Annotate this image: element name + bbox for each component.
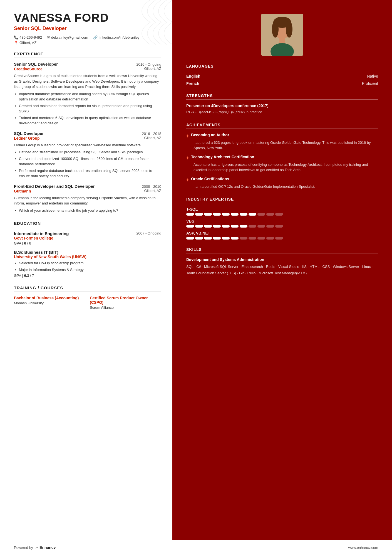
- expertise-name-0: T-SQL: [186, 207, 378, 211]
- bullet-item: Trained and mentored 6 SQL developers in…: [19, 115, 161, 126]
- bar-dot: [266, 237, 274, 240]
- achievement-desc-0: I authored a 623 pages long book on mast…: [186, 140, 378, 151]
- expertise-item-2: ASP, VB.NET: [186, 231, 378, 240]
- exp-date-1: 2016 - 2018: [142, 132, 161, 136]
- exp-company-0: CreativeSource: [14, 67, 43, 71]
- achievement-title-0: Becoming an Author: [191, 133, 229, 137]
- bar-dot: [204, 237, 212, 240]
- bar-dot: [231, 237, 239, 240]
- bar-dot: [257, 213, 265, 216]
- exp-date-0: 2016 - Ongoing: [136, 62, 161, 66]
- strength-item-desc: RGR - R(eactJS) G(raphQL)R(edux) in prac…: [186, 109, 378, 115]
- training-grid: Bachelor of Business (Accounting) Monash…: [14, 296, 161, 310]
- expertise-name-1: VBS: [186, 219, 378, 223]
- edu-gpa-0: GPA | 6 / 6: [14, 241, 161, 245]
- bar-dot: [213, 225, 221, 228]
- bullet-item: Defined and streamlined 32 processes usi…: [19, 149, 161, 155]
- expertise-title: INDUSTRY EXPERTISE: [186, 197, 378, 203]
- bar-dot: [204, 213, 212, 216]
- experience-item-2: Front-End Developer and SQL Developer 20…: [14, 184, 161, 213]
- exp-date-2: 2008 - 2010: [142, 184, 161, 189]
- location-icon: 📍: [14, 41, 18, 45]
- exp-bullets-2: Which of your achievements match the job…: [14, 208, 161, 213]
- achievement-desc-1: Accenture has a rigorous process of cert…: [186, 162, 378, 173]
- link-icon: 🔗: [93, 35, 98, 40]
- skills-section: SKILLS Development and Systems Administr…: [186, 247, 378, 277]
- edu-date-0: 2007 - Ongoing: [136, 231, 161, 236]
- achievement-icon-0: ♦: [186, 133, 189, 139]
- exp-company-2: Gutmann: [14, 189, 31, 193]
- achievements-title: ACHIEVEMENTS: [186, 123, 378, 129]
- achievement-desc-2: I am a certified OCP 12c and Oracle Gold…: [186, 184, 378, 189]
- powered-by-text: Powered by: [14, 546, 33, 550]
- exp-role-1: SQL Developer: [14, 131, 44, 136]
- bar-dot: [195, 225, 203, 228]
- bar-dot: [249, 225, 256, 228]
- expertise-item-0: T-SQL: [186, 207, 378, 216]
- bullet-item: Created and maintained formatted reports…: [19, 103, 161, 114]
- achievement-item-1: ♦ Technology Architect Certification Acc…: [186, 155, 378, 173]
- edu-school-1: University of New South Wales (UNSW): [14, 255, 161, 259]
- exp-role-2: Front-End Developer and SQL Developer: [14, 184, 95, 189]
- phone-contact: 📞 480-266-9492: [14, 35, 42, 40]
- language-name-1: French: [186, 81, 199, 86]
- exp-desc-2: Gutmann is the leading multimedia compan…: [14, 195, 161, 206]
- expertise-section: INDUSTRY EXPERTISE T-SQL VBS: [186, 197, 378, 240]
- education-item-0: Intermediate in Engineering 2007 - Ongoi…: [14, 231, 161, 245]
- bar-dot: [266, 213, 274, 216]
- exp-company-1: Ledner Group: [14, 136, 40, 140]
- candidate-photo: [261, 14, 303, 56]
- exp-bullets-1: Defined and streamlined 32 processes usi…: [14, 149, 161, 179]
- svg-point-3: [272, 21, 279, 38]
- edu-degree-1: B.Sc Business IT (BIT): [14, 250, 58, 255]
- experience-item-1: SQL Developer 2016 - 2018 Ledner Group G…: [14, 131, 161, 179]
- strengths-section: STRENGTHS Presenter on 4Developers confe…: [186, 93, 378, 115]
- bar-dot: [231, 225, 239, 228]
- bullet-item: Performed regular database backup and re…: [19, 168, 161, 179]
- bar-dot: [257, 237, 265, 240]
- training-item-0: Bachelor of Business (Accounting) Monash…: [14, 296, 85, 310]
- achievement-title-2: Oracle Certifications: [191, 177, 229, 181]
- course-org-0: Monash University: [14, 301, 85, 305]
- bullet-item: Major in Information Systems & Strategy: [19, 267, 161, 273]
- right-panel: LANGUAGES English Native French Proficie…: [172, 0, 392, 555]
- edu-school-0: Govt Formen College: [14, 236, 161, 240]
- bar-dot: [186, 237, 194, 240]
- exp-role-0: Senior SQL Developer: [14, 62, 58, 66]
- bar-dot: [222, 237, 230, 240]
- bullet-item: Which of your achievements match the job…: [19, 208, 161, 213]
- footer-logo-icon: ∞: [35, 545, 38, 550]
- bullet-item: Selected for Co-Op scholarship program: [19, 260, 161, 266]
- exp-location-0: Gilbert, AZ: [144, 66, 161, 71]
- bar-dot: [257, 225, 265, 228]
- bar-dot: [249, 237, 256, 240]
- svg-rect-6: [279, 38, 285, 43]
- bullet-item: Improved database performance and loadin…: [19, 91, 161, 102]
- education-item-1: B.Sc Business IT (BIT) University of New…: [14, 250, 161, 278]
- skills-title: SKILLS: [186, 247, 378, 253]
- experience-item-0: Senior SQL Developer 2016 - Ongoing Crea…: [14, 62, 161, 126]
- achievement-title-1: Technology Architect Certification: [191, 155, 254, 159]
- bar-dot: [186, 225, 194, 228]
- course-name-0: Bachelor of Business (Accounting): [14, 296, 85, 300]
- email-contact: ✉ debra.riley@gmail.com: [47, 35, 88, 40]
- bar-dot: [222, 213, 230, 216]
- expertise-bar-2: [186, 237, 378, 240]
- bar-dot: [195, 213, 203, 216]
- exp-location-2: Gilbert, AZ: [144, 189, 161, 193]
- achievement-icon-2: ♦: [186, 177, 189, 183]
- footer-left: Powered by ∞ Enhancv: [14, 545, 56, 550]
- course-org-1: Scrum Alliance: [90, 305, 161, 310]
- bar-dot: [186, 213, 194, 216]
- footer: Powered by ∞ Enhancv www.enhancv.com: [0, 540, 392, 555]
- bar-dot: [240, 237, 247, 240]
- bar-dot: [275, 225, 283, 228]
- languages-section: LANGUAGES English Native French Proficie…: [186, 64, 378, 86]
- achievement-header-0: ♦ Becoming an Author: [186, 133, 378, 139]
- training-title: TRAINING / COURSES: [14, 285, 161, 292]
- email-icon: ✉: [47, 35, 50, 40]
- languages-title: LANGUAGES: [186, 64, 378, 70]
- svg-point-4: [286, 21, 292, 38]
- expertise-bar-1: [186, 225, 378, 228]
- achievements-section: ACHIEVEMENTS ♦ Becoming an Author I auth…: [186, 123, 378, 189]
